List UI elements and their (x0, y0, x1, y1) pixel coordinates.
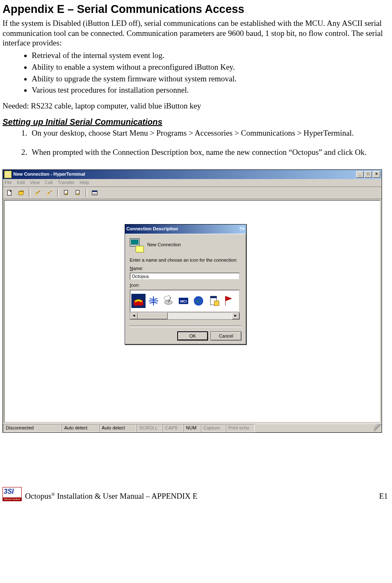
svg-rect-6 (92, 191, 97, 192)
status-capture: Capture (201, 424, 226, 432)
icon-label: Icon: (130, 283, 241, 288)
disconnect-icon[interactable] (45, 188, 55, 197)
separator (130, 326, 241, 327)
status-autodetect2: Auto detect (99, 424, 136, 432)
svg-point-1 (35, 194, 37, 195)
icon-option-doc[interactable] (206, 294, 221, 308)
status-connection: Disconnected (3, 424, 61, 432)
list-item: Ability to upgrade the system firmware w… (32, 74, 388, 84)
svg-rect-18 (214, 301, 219, 305)
svg-point-15 (194, 296, 204, 306)
menu-transfer[interactable]: Transfer (58, 180, 75, 186)
dialog-title: Connection Description (126, 226, 239, 232)
menu-file[interactable]: File (5, 180, 12, 186)
hyperterminal-window: New Connection - HyperTerminal _ □ × Fil… (3, 169, 382, 433)
window-title: New Connection - HyperTerminal (13, 172, 355, 177)
svg-text:MCI: MCI (180, 299, 186, 303)
toolbar (3, 187, 382, 199)
svg-point-2 (47, 194, 49, 195)
icon-option-globe[interactable] (146, 294, 161, 308)
list-item: Various test procedures for installation… (32, 85, 388, 95)
scroll-thumb[interactable] (138, 313, 168, 319)
intro-paragraph: If the system is Disabled (iButton LED o… (3, 18, 388, 48)
icon-scrollbar[interactable]: ◄ ► (130, 312, 240, 320)
page-heading: Appendix E – Serial Communications Acces… (3, 3, 388, 17)
status-caps: CAPS (162, 424, 183, 432)
resize-grip[interactable] (374, 424, 382, 432)
bullet-list: Retrieval of the internal system event l… (3, 50, 388, 95)
status-num: NUM (183, 424, 201, 432)
status-autodetect1: Auto detect (61, 424, 99, 432)
minimize-button[interactable]: _ (356, 171, 364, 178)
menu-help[interactable]: Help (80, 180, 89, 186)
ht-titlebar: New Connection - HyperTerminal _ □ × (3, 170, 382, 179)
status-scroll: SCROLL (136, 424, 162, 432)
new-icon[interactable] (5, 188, 15, 197)
client-area: Connection Description ? × New Connectio… (4, 200, 381, 423)
menu-call[interactable]: Call (45, 180, 53, 186)
page-number: E1 (379, 491, 388, 501)
close-button[interactable]: × (373, 171, 380, 178)
app-icon (4, 171, 12, 178)
icon-option-satellite[interactable] (161, 294, 176, 308)
subheading: Setting up Initial Serial Communications (3, 117, 388, 127)
new-connection-icon (130, 238, 143, 252)
send-icon[interactable] (61, 188, 71, 197)
dialog-titlebar: Connection Description ? × (125, 225, 246, 234)
toolbar-separator (29, 189, 30, 197)
properties-icon[interactable] (90, 188, 100, 197)
needed-line: Needed: RS232 cable, laptop computer, va… (3, 101, 388, 111)
icon-option-world[interactable] (191, 294, 206, 308)
receive-icon[interactable] (73, 188, 83, 197)
icon-option-mci[interactable]: MCI (176, 294, 191, 308)
instruction-text: Enter a name and choose an icon for the … (130, 257, 241, 263)
name-label: Name: (130, 266, 241, 272)
scroll-left-icon[interactable]: ◄ (130, 313, 138, 319)
scroll-track[interactable] (138, 313, 232, 319)
maximize-button[interactable]: □ (364, 171, 372, 178)
status-bar: Disconnected Auto detect Auto detect SCR… (3, 424, 382, 432)
open-icon[interactable] (16, 188, 26, 197)
cancel-button[interactable]: Cancel (211, 331, 241, 341)
help-button[interactable]: ? (239, 226, 242, 232)
toolbar-separator (57, 189, 59, 197)
svg-rect-17 (211, 296, 217, 298)
menu-edit[interactable]: Edit (17, 180, 25, 186)
footer-text: Octopus® Installation & User Manual – AP… (25, 491, 379, 501)
list-item: Ability to enable a system without a pre… (32, 62, 388, 72)
icon-picker[interactable]: MCI (130, 290, 240, 312)
page-footer: Octopus® Installation & User Manual – AP… (3, 483, 388, 501)
icon-option-flag[interactable] (221, 294, 236, 308)
list-item: When prompted with the Connection Descri… (29, 147, 388, 157)
list-item: On your desktop, choose Start Menu > Pro… (29, 128, 388, 138)
toolbar-separator (85, 189, 87, 197)
close-button[interactable]: × (242, 226, 245, 232)
menu-view[interactable]: View (30, 180, 40, 186)
dialog-body: New Connection Enter a name and choose a… (125, 234, 246, 344)
new-connection-label: New Connection (147, 242, 181, 248)
ok-button[interactable]: OK (177, 331, 208, 341)
list-item: Retrieval of the internal system event l… (32, 50, 388, 61)
scroll-right-icon[interactable]: ► (232, 313, 239, 319)
steps-list: On your desktop, choose Start Menu > Pro… (3, 128, 388, 157)
icon-option-phone[interactable] (131, 294, 146, 308)
connect-icon[interactable] (33, 188, 43, 197)
company-logo-icon (3, 487, 22, 501)
name-input[interactable] (130, 273, 240, 280)
menu-bar: File Edit View Call Transfer Help (3, 179, 382, 187)
connection-description-dialog: Connection Description ? × New Connectio… (125, 224, 246, 345)
status-echo: Print echo (226, 424, 255, 432)
